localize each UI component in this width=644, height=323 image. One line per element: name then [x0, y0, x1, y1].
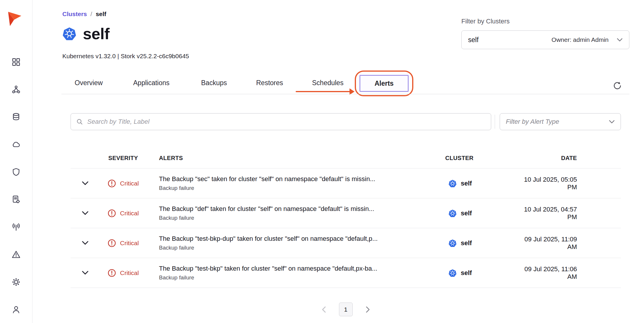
kubernetes-icon: [448, 179, 457, 188]
tab-restores[interactable]: Restores: [256, 79, 283, 87]
header-alerts: ALERTS: [159, 155, 445, 162]
sidebar-item-monitoring[interactable]: [0, 213, 32, 241]
refresh-button[interactable]: [612, 81, 622, 91]
cluster-nodes-icon: [11, 85, 21, 94]
cluster-name: self: [461, 180, 472, 187]
shield-icon: [11, 167, 21, 177]
cluster-cell: self: [445, 239, 518, 247]
sidebar-item-cloud-accounts[interactable]: [0, 131, 32, 158]
cluster-filter-label: Filter by Clusters: [461, 18, 510, 25]
table-body: Critical The Backup "sec" taken for clus…: [71, 168, 621, 288]
table-header-row: SEVERITY ALERTS CLUSTER DATE: [71, 148, 621, 168]
version-info: Kubernetes v1.32.0 | Stork v25.2.2-c6c9b…: [62, 53, 189, 60]
severity-label: Critical: [120, 180, 139, 187]
header-severity: SEVERITY: [96, 155, 159, 162]
row-expand-button[interactable]: [71, 211, 96, 215]
dashboard-grid-icon: [11, 57, 21, 67]
sidebar-item-clusters[interactable]: [0, 76, 32, 103]
sidebar-item-security[interactable]: [0, 158, 32, 186]
chevron-left-icon: [322, 306, 326, 313]
chevron-right-icon: [366, 306, 370, 313]
cluster-cell: self: [445, 209, 518, 217]
database-icon: [11, 112, 21, 122]
search-icon: [76, 118, 83, 125]
critical-icon: [107, 269, 116, 277]
alert-cell: The Backup "test-bkp" taken for cluster …: [159, 265, 445, 281]
toolbar-divider: [495, 115, 495, 129]
alert-category: Backup failure: [159, 274, 445, 281]
sidebar-item-rules[interactable]: [0, 186, 32, 213]
cloud-icon: [11, 140, 21, 149]
breadcrumb-separator: /: [90, 11, 92, 18]
page-title: self: [83, 25, 109, 43]
sidebar-item-backups[interactable]: [0, 103, 32, 131]
tab-schedules[interactable]: Schedules: [312, 79, 343, 87]
row-expand-button[interactable]: [71, 271, 96, 275]
chevron-down-icon: [609, 120, 615, 124]
previous-page-button[interactable]: [322, 306, 326, 313]
header-cluster: CLUSTER: [445, 155, 518, 162]
critical-icon: [107, 209, 116, 218]
cluster-name: self: [461, 269, 472, 277]
search-input[interactable]: [87, 118, 486, 126]
alert-category: Backup failure: [159, 245, 445, 251]
tab-overview[interactable]: Overview: [75, 79, 103, 87]
alert-type-filter-select[interactable]: Filter by Alert Type: [500, 113, 621, 130]
tab-applications[interactable]: Applications: [133, 79, 169, 87]
severity-cell: Critical: [96, 239, 159, 248]
kubernetes-icon: [448, 239, 457, 247]
table-row: Critical The Backup "sec" taken for clus…: [71, 168, 621, 198]
search-box: [71, 113, 491, 130]
broadcast-icon: [11, 222, 21, 232]
kubernetes-icon: [448, 209, 457, 217]
app-window: Clusters / self self Kubernetes v1.32.0 …: [0, 0, 644, 323]
cluster-name: self: [461, 209, 472, 217]
severity-cell: Critical: [96, 179, 159, 188]
severity-cell: Critical: [96, 269, 159, 277]
sidebar-item-dashboard[interactable]: [0, 48, 32, 76]
alert-title: The Backup "test-bkp-dup" taken for clus…: [159, 235, 445, 243]
tabs-divider: [61, 94, 629, 94]
chevron-down-icon: [82, 181, 89, 185]
alert-date: 09 Jul 2025, 11:09 AM: [518, 236, 621, 251]
critical-icon: [107, 239, 116, 248]
chevron-down-icon: [82, 271, 89, 275]
chevron-down-icon: [82, 211, 89, 215]
sidebar-item-settings[interactable]: [0, 268, 32, 296]
tab-backups[interactable]: Backups: [201, 79, 227, 87]
alert-cell: The Backup "sec" taken for cluster "self…: [159, 175, 445, 191]
refresh-icon: [612, 81, 622, 91]
breadcrumb-clusters-link[interactable]: Clusters: [62, 11, 87, 18]
alert-category: Backup failure: [159, 215, 445, 221]
cluster-filter-value: self: [468, 36, 479, 44]
row-expand-button[interactable]: [71, 241, 96, 245]
next-page-button[interactable]: [366, 306, 370, 313]
alert-date: 10 Jul 2025, 05:05 PM: [518, 176, 621, 191]
alert-title: The Backup "sec" taken for cluster "self…: [159, 175, 445, 183]
sidebar: [0, 0, 32, 323]
breadcrumb-current: self: [96, 11, 106, 18]
critical-icon: [107, 179, 116, 188]
page-number-button[interactable]: 1: [339, 303, 353, 316]
sidebar-item-alerts[interactable]: [0, 241, 32, 268]
kubernetes-icon: [62, 27, 76, 41]
severity-label: Critical: [120, 269, 139, 276]
sidebar-item-profile[interactable]: [0, 296, 32, 323]
portworx-logo-icon: [6, 10, 23, 28]
header-date: DATE: [518, 155, 621, 162]
table-row: Critical The Backup "test-bkp-dup" taken…: [71, 228, 621, 258]
tab-alerts[interactable]: Alerts: [359, 75, 409, 92]
alert-title: The Backup "test-bkp" taken for cluster …: [159, 265, 445, 272]
portworx-logo[interactable]: [6, 10, 23, 28]
chevron-down-icon: [617, 38, 623, 42]
severity-label: Critical: [120, 240, 139, 247]
row-expand-button[interactable]: [71, 181, 96, 185]
table-row: Critical The Backup "def" taken for clus…: [71, 198, 621, 228]
cluster-filter-select[interactable]: self Owner: admin Admin: [461, 30, 629, 49]
alert-category: Backup failure: [159, 185, 445, 191]
alert-cell: The Backup "test-bkp-dup" taken for clus…: [159, 235, 445, 251]
warning-triangle-icon: [11, 250, 21, 259]
gear-icon: [11, 277, 21, 287]
table-row: Critical The Backup "test-bkp" taken for…: [71, 258, 621, 288]
alert-cell: The Backup "def" taken for cluster "self…: [159, 205, 445, 221]
